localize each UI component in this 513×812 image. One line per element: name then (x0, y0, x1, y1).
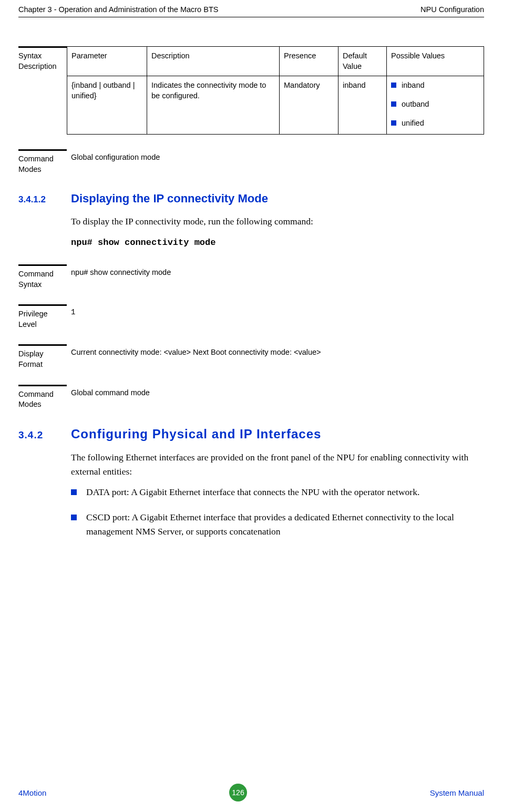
square-bullet-icon (71, 515, 77, 520)
display-format-value: Current connectivity mode: <value> Next … (67, 344, 484, 358)
privilege-level-value: 1 (67, 304, 484, 317)
cell-parameter: {inband | outband | unified} (67, 76, 147, 135)
footer-right: System Manual (430, 788, 484, 797)
cell-default-value: inband (338, 76, 387, 135)
page-footer: 4Motion 126 System Manual (18, 784, 484, 801)
header-right: NPU Configuration (420, 5, 484, 14)
interface-list: DATA port: A Gigabit Ethernet interface … (71, 485, 484, 538)
syntax-description-block: Syntax Description Parameter Description… (18, 46, 484, 135)
privilege-level-block: Privilege Level 1 (18, 304, 484, 330)
square-bullet-icon (391, 83, 396, 88)
list-item: outband (391, 99, 479, 109)
syntax-description-label: Syntax Description (18, 46, 67, 71)
square-bullet-icon (71, 489, 77, 495)
section-intro: The following Ethernet interfaces are pr… (71, 450, 484, 479)
section-heading-3-4-1-2: 3.4.1.2 Displaying the IP connectivity M… (18, 192, 484, 205)
list-item: unified (391, 118, 479, 128)
command-syntax-label: Command Syntax (18, 264, 67, 290)
header-left: Chapter 3 - Operation and Administration… (18, 5, 218, 14)
section-heading-3-4-2: 3.4.2 Configuring Physical and IP Interf… (18, 427, 484, 441)
col-default-value: Default Value (338, 47, 387, 76)
privilege-level-label: Privilege Level (18, 304, 67, 330)
table-header-row: Parameter Description Presence Default V… (67, 47, 484, 76)
page-number-badge: 126 (229, 784, 247, 801)
col-possible-values: Possible Values (387, 47, 484, 76)
heading-title: Configuring Physical and IP Interfaces (71, 427, 321, 441)
command-modes-label-2: Command Modes (18, 385, 67, 410)
col-presence: Presence (280, 47, 338, 76)
display-format-label: Display Format (18, 344, 67, 369)
heading-number: 3.4.1.2 (18, 194, 71, 205)
heading-title: Displaying the IP connectivity Mode (71, 192, 268, 205)
list-item: DATA port: A Gigabit Ethernet interface … (71, 485, 484, 499)
cell-presence: Mandatory (280, 76, 338, 135)
section-intro: To display the IP connectivity mode, run… (71, 214, 484, 229)
square-bullet-icon (391, 120, 396, 126)
command-modes-value-2: Global command mode (67, 385, 484, 398)
command-modes-label: Command Modes (18, 149, 67, 174)
display-format-block: Display Format Current connectivity mode… (18, 344, 484, 369)
table-row: {inband | outband | unified} Indicates t… (67, 76, 484, 135)
command-modes-block: Command Modes Global configuration mode (18, 149, 484, 174)
list-item: inband (391, 80, 479, 90)
parameter-table: Parameter Description Presence Default V… (67, 46, 484, 135)
square-bullet-icon (391, 101, 396, 107)
list-item: CSCD port: A Gigabit Ethernet interface … (71, 510, 484, 539)
col-parameter: Parameter (67, 47, 147, 76)
command-syntax-value: npu# show connectivity mode (67, 264, 484, 278)
col-description: Description (147, 47, 280, 76)
page-header: Chapter 3 - Operation and Administration… (18, 5, 484, 17)
command-syntax-block: Command Syntax npu# show connectivity mo… (18, 264, 484, 290)
heading-number: 3.4.2 (18, 429, 71, 441)
footer-left: 4Motion (18, 788, 46, 797)
command-modes-block-2: Command Modes Global command mode (18, 385, 484, 410)
cell-description: Indicates the connectivity mode to be co… (147, 76, 280, 135)
cell-possible-values: inband outband unified (387, 76, 484, 135)
command-modes-value: Global configuration mode (67, 149, 484, 163)
command-text: npu# show connectivity mode (71, 238, 484, 248)
